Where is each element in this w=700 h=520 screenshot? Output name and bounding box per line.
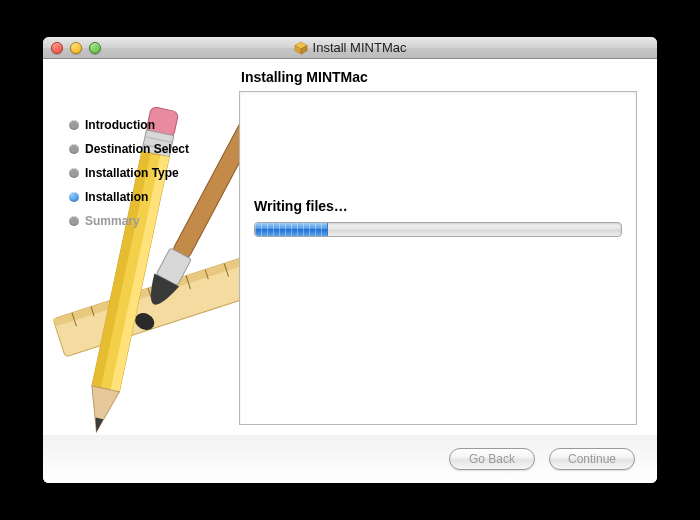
step-label: Destination Select bbox=[85, 142, 189, 156]
window-title-container: Install MINTMac bbox=[43, 40, 657, 55]
step-label: Installation Type bbox=[85, 166, 179, 180]
bullet-icon bbox=[69, 216, 79, 226]
content-area: Installing MINTMac Introduction Destinat… bbox=[43, 59, 657, 483]
step-destination-select: Destination Select bbox=[63, 137, 239, 161]
continue-button[interactable]: Continue bbox=[549, 448, 635, 470]
body-row: Introduction Destination Select Installa… bbox=[43, 91, 657, 435]
traffic-lights bbox=[43, 42, 101, 54]
step-introduction: Introduction bbox=[63, 113, 239, 137]
minimize-icon[interactable] bbox=[70, 42, 82, 54]
steps-sidebar: Introduction Destination Select Installa… bbox=[63, 91, 239, 425]
status-text: Writing files… bbox=[254, 198, 622, 214]
bullet-icon bbox=[69, 168, 79, 178]
titlebar[interactable]: Install MINTMac bbox=[43, 37, 657, 59]
footer: Go Back Continue bbox=[43, 435, 657, 483]
bullet-icon bbox=[69, 192, 79, 202]
zoom-icon[interactable] bbox=[89, 42, 101, 54]
close-icon[interactable] bbox=[51, 42, 63, 54]
step-summary: Summary bbox=[63, 209, 239, 233]
page-title: Installing MINTMac bbox=[241, 69, 637, 85]
step-label: Installation bbox=[85, 190, 148, 204]
main-panel: Writing files… bbox=[239, 91, 637, 425]
svg-marker-1 bbox=[294, 45, 300, 54]
step-installation: Installation bbox=[63, 185, 239, 209]
progress-bar bbox=[254, 222, 622, 237]
step-label: Summary bbox=[85, 214, 140, 228]
progress-fill bbox=[255, 223, 328, 236]
svg-marker-2 bbox=[301, 45, 307, 54]
step-label: Introduction bbox=[85, 118, 155, 132]
bullet-icon bbox=[69, 120, 79, 130]
go-back-button[interactable]: Go Back bbox=[449, 448, 535, 470]
bullet-icon bbox=[69, 144, 79, 154]
package-icon bbox=[294, 41, 308, 55]
window-title: Install MINTMac bbox=[313, 40, 407, 55]
step-installation-type: Installation Type bbox=[63, 161, 239, 185]
page-header: Installing MINTMac bbox=[43, 59, 657, 91]
installer-window: Install MINTMac bbox=[43, 37, 657, 483]
svg-marker-0 bbox=[294, 41, 306, 48]
